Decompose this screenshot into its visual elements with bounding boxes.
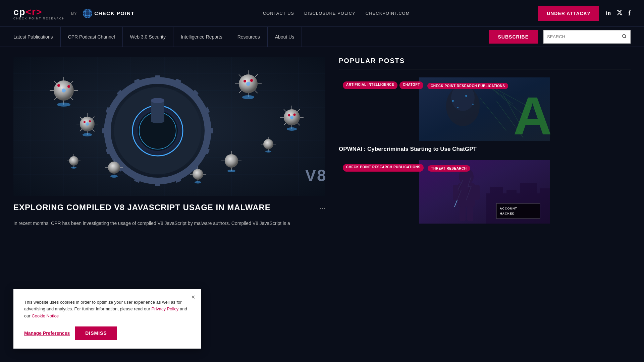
sidebar: POPULAR POSTS (339, 57, 631, 230)
cookie-actions: Manage Preferences DISMISS (24, 326, 191, 340)
header-top: cp<r> CHECK POINT RESEARCH BY CHECK POIN… (0, 0, 644, 27)
svg-point-129 (265, 150, 271, 153)
svg-rect-150 (540, 188, 550, 224)
sidebar-item-about-us[interactable]: About Us (268, 27, 302, 47)
svg-point-62 (84, 121, 86, 123)
svg-rect-157 (496, 203, 540, 219)
article-title[interactable]: EXPLORING COMPILED V8 JAVASCRIPT USAGE I… (13, 203, 325, 212)
article-excerpt: In recent months, CPR has been investiga… (13, 220, 325, 227)
sidebar-item-cpr-podcast[interactable]: CPR Podcast Channel (61, 27, 123, 47)
post-card-title-1[interactable]: OPWNAI : Cybercriminals Starting to Use … (339, 145, 631, 153)
svg-rect-31 (205, 128, 213, 133)
svg-point-144 (457, 107, 459, 108)
tag-chatgpt[interactable]: CHATGPT (399, 81, 423, 89)
subscribe-button[interactable]: SUBSCRIBE (489, 30, 538, 44)
article-title-area: ··· EXPLORING COMPILED V8 JAVASCRIPT USA… (13, 196, 325, 216)
tag-threat-research[interactable]: THREAT RESEARCH (428, 165, 470, 172)
dismiss-button[interactable]: DISMISS (75, 326, 117, 340)
header-nav-links: CONTACT US DISCLOSURE POLICY CHECKPOINT.… (263, 11, 410, 16)
svg-point-98 (290, 116, 293, 119)
tag-ai[interactable]: ARTIFICIAL INTELLIGENCE (343, 81, 397, 89)
svg-rect-30 (155, 178, 160, 186)
svg-rect-46 (151, 101, 164, 122)
header-right: UNDER ATTACK? in f (538, 6, 631, 21)
svg-rect-152 (458, 183, 475, 207)
svg-rect-29 (155, 75, 160, 84)
svg-point-105 (110, 175, 118, 178)
social-icons: in f (606, 9, 631, 17)
logo-area: cp<r> CHECK POINT RESEARCH BY CHECK POIN… (13, 7, 135, 20)
post-card-2[interactable]: ACCOUNT HACKED CHECK POINT RESEARCH PUBL… (339, 160, 631, 224)
svg-point-72 (86, 122, 89, 126)
svg-point-100 (108, 162, 120, 174)
cookie-close-button[interactable]: × (191, 294, 195, 300)
svg-point-50 (67, 85, 70, 88)
nav-right: SUBSCRIBE (489, 30, 631, 44)
featured-image-container: V8 (13, 57, 325, 196)
checkpoint-name: CHECK POINT (94, 10, 135, 16)
cpr-logo-main: cp<r> (13, 7, 65, 17)
tag-cpr-publications[interactable]: CHECK POINT RESEARCH PUBLICATIONS (427, 83, 508, 89)
svg-point-99 (287, 127, 297, 131)
svg-point-47 (151, 98, 164, 103)
main-content: V8 ··· EXPLORING COMPILED V8 JAVASCRIPT … (0, 47, 644, 230)
post-card-image-2: ACCOUNT HACKED CHECK POINT RESEARCH PUBL… (339, 160, 631, 224)
svg-point-111 (195, 181, 201, 184)
svg-text:HACKED: HACKED (500, 212, 515, 215)
featured-image: V8 (13, 57, 325, 196)
nav-bar: Latest Publications CPR Podcast Channel … (0, 27, 644, 47)
nav-contact[interactable]: CONTACT US (263, 11, 294, 16)
svg-point-142 (465, 95, 467, 97)
svg-point-49 (57, 84, 60, 87)
manage-preferences-button[interactable]: Manage Preferences (24, 330, 70, 336)
svg-point-141 (452, 100, 454, 102)
twitter-icon[interactable] (616, 9, 623, 17)
cookie-text: This website uses cookies in order to op… (24, 299, 191, 320)
under-attack-button[interactable]: UNDER ATTACK? (538, 6, 599, 21)
svg-rect-153 (453, 185, 459, 200)
svg-point-118 (69, 156, 78, 166)
nav-checkpoint[interactable]: CHECKPOINT.COM (366, 11, 410, 16)
checkpoint-globe-icon (83, 9, 92, 18)
sidebar-item-intelligence-reports[interactable]: Intelligence Reports (173, 27, 230, 47)
sidebar-item-web3-security[interactable]: Web 3.0 Security (123, 27, 173, 47)
svg-point-4 (623, 34, 626, 37)
svg-line-5 (625, 37, 626, 38)
cpr-logo-sub: CHECK POINT RESEARCH (13, 17, 65, 20)
svg-point-143 (472, 104, 474, 105)
svg-point-123 (71, 167, 76, 169)
svg-rect-155 (460, 206, 466, 221)
sidebar-item-resources[interactable]: Resources (230, 27, 268, 47)
article-menu-dots[interactable]: ··· (320, 204, 325, 212)
svg-point-73 (83, 133, 92, 136)
nav-disclosure[interactable]: DISCLOSURE POLICY (304, 11, 356, 16)
tag-cpr-pub-2[interactable]: CHECK POINT RESEARCH PUBLICATIONS (343, 164, 424, 172)
facebook-icon[interactable]: f (628, 9, 631, 17)
cpr-logo[interactable]: cp<r> CHECK POINT RESEARCH (13, 7, 65, 20)
privacy-policy-link[interactable]: Privacy Policy (151, 306, 178, 311)
svg-rect-32 (102, 128, 111, 133)
post-card-image-1: A ARTIFICIAL INTELLIGENCE CHATGPT (339, 77, 631, 141)
linkedin-icon[interactable]: in (606, 10, 611, 17)
popular-posts-title: POPULAR POSTS (339, 57, 631, 69)
search-input[interactable] (544, 34, 618, 39)
checkpoint-brand[interactable]: CHECK POINT (83, 9, 135, 18)
svg-point-86 (242, 95, 254, 99)
featured-section: V8 ··· EXPLORING COMPILED V8 JAVASCRIPT … (13, 57, 325, 230)
svg-point-60 (57, 103, 70, 107)
svg-text:ACCOUNT: ACCOUNT (500, 207, 517, 210)
post-card-tags-2: CHECK POINT RESEARCH PUBLICATIONS THREAT… (343, 164, 470, 172)
svg-point-124 (263, 139, 273, 149)
svg-point-88 (288, 114, 290, 117)
svg-point-75 (244, 80, 246, 82)
sidebar-item-latest-publications[interactable]: Latest Publications (13, 27, 61, 47)
post-card-1[interactable]: A ARTIFICIAL INTELLIGENCE CHATGPT (339, 77, 631, 153)
svg-point-85 (246, 82, 250, 86)
search-box[interactable] (543, 30, 631, 44)
cookie-notice-link[interactable]: Cookie Notice (32, 313, 59, 318)
search-button[interactable] (618, 34, 630, 40)
cookie-banner: × This website uses cookies in order to … (13, 289, 201, 349)
svg-text:V8: V8 (305, 167, 325, 184)
svg-text:A: A (513, 86, 552, 141)
svg-rect-154 (474, 185, 480, 200)
